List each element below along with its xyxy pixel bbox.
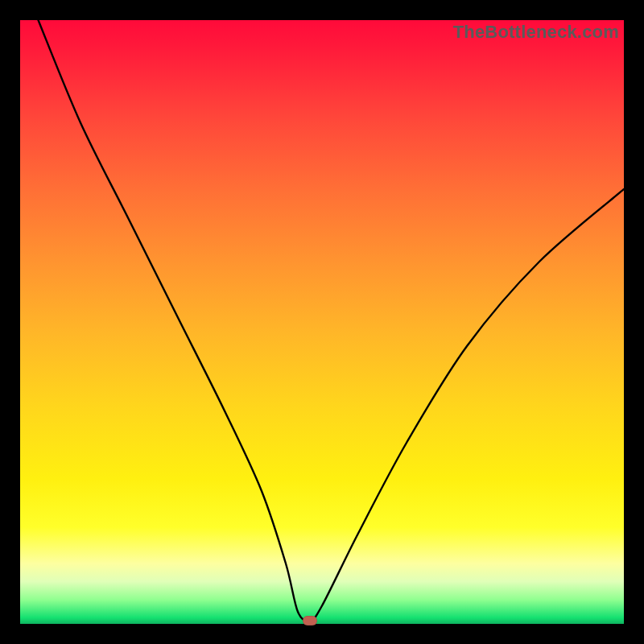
chart-plot-area: TheBottleneck.com — [20, 20, 624, 624]
optimal-point-marker — [303, 616, 317, 625]
bottleneck-curve — [20, 20, 624, 624]
curve-path — [39, 20, 625, 621]
